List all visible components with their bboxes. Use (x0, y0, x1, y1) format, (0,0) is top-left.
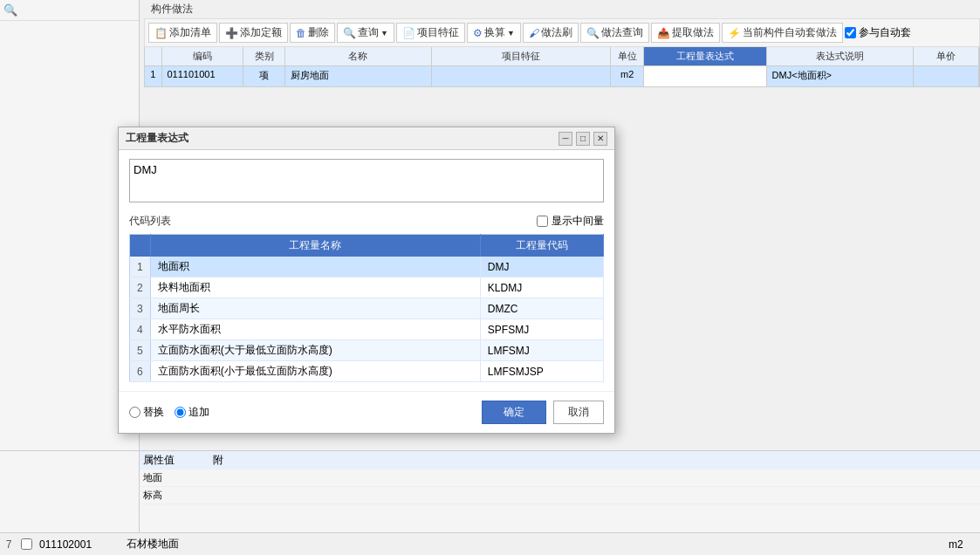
col-header-rownum (130, 235, 151, 257)
radio-replace-text: 替换 (143, 405, 164, 420)
code-row-code: SPFSMJ (480, 319, 603, 340)
code-table-row[interactable]: 4 水平防水面积 SPFSMJ (130, 319, 604, 340)
code-row-name: 地面周长 (150, 298, 480, 319)
cancel-button[interactable]: 取消 (553, 401, 604, 424)
radio-replace[interactable] (129, 407, 140, 418)
dialog-title: 工程量表达式 (126, 131, 188, 146)
radio-group: 替换 追加 (129, 405, 209, 420)
code-table-row[interactable]: 3 地面周长 DMZC (130, 298, 604, 319)
code-row-code: DMJ (480, 257, 603, 278)
dialog-titlebar: 工程量表达式 ─ □ ✕ (119, 127, 614, 150)
code-table-row[interactable]: 2 块料地面积 KLDMJ (130, 278, 604, 298)
radio-replace-label[interactable]: 替换 (129, 405, 164, 420)
footer-buttons: 确定 取消 (482, 401, 604, 424)
radio-add[interactable] (175, 407, 186, 418)
dialog-controls: ─ □ ✕ (559, 132, 607, 146)
dialog-close-button[interactable]: ✕ (593, 132, 607, 146)
code-row-code: KLDMJ (480, 278, 603, 298)
code-row-name: 块料地面积 (150, 278, 480, 298)
code-table-row[interactable]: 6 立面防水面积(小于最低立面防水高度) LMFSMJSP (130, 361, 604, 382)
code-row-code: DMZC (480, 298, 603, 319)
expr-input[interactable]: DMJ (129, 159, 604, 202)
col-header-engcode: 工程量代码 (480, 235, 603, 257)
dialog-body: DMJ 代码列表 显示中间量 工程量名称 工程量代码 (119, 150, 614, 391)
dialog-maximize-button[interactable]: □ (576, 132, 590, 146)
code-row-num: 2 (130, 278, 151, 298)
code-table-row[interactable]: 5 立面防水面积(大于最低立面防水高度) LMFSMJ (130, 340, 604, 361)
expr-dialog: 工程量表达式 ─ □ ✕ DMJ 代码列表 显示中间量 (118, 127, 615, 434)
radio-add-label[interactable]: 追加 (175, 405, 209, 420)
code-row-num: 6 (130, 361, 151, 382)
code-table-row[interactable]: 1 地面积 DMJ (130, 257, 604, 278)
code-table-body: 1 地面积 DMJ 2 块料地面积 KLDMJ 3 地面周长 DMZC (130, 257, 604, 382)
code-row-name: 立面防水面积(大于最低立面防水高度) (150, 340, 480, 361)
code-list-label: 代码列表 (129, 214, 171, 229)
code-row-num: 3 (130, 298, 151, 319)
code-row-num: 1 (130, 257, 151, 278)
code-row-code: LMFSMJSP (480, 361, 603, 382)
confirm-button[interactable]: 确定 (482, 401, 546, 424)
code-row-code: LMFSMJ (480, 340, 603, 361)
code-list-header: 代码列表 显示中间量 (129, 214, 604, 229)
code-row-name: 水平防水面积 (150, 319, 480, 340)
show-intermediate-checkbox[interactable] (537, 216, 548, 227)
dialog-overlay: 工程量表达式 ─ □ ✕ DMJ 代码列表 显示中间量 (0, 0, 980, 555)
col-header-engname: 工程量名称 (150, 235, 480, 257)
show-intermediate-label: 显示中间量 (552, 214, 604, 229)
show-intermediate-row: 显示中间量 (537, 214, 604, 229)
code-table: 工程量名称 工程量代码 1 地面积 DMJ 2 块料地面积 KLDMJ (129, 234, 604, 382)
code-row-name: 立面防水面积(小于最低立面防水高度) (150, 361, 480, 382)
code-row-num: 4 (130, 319, 151, 340)
dialog-footer: 替换 追加 确定 取消 (119, 391, 614, 433)
dialog-minimize-button[interactable]: ─ (559, 132, 572, 146)
code-table-header-row: 工程量名称 工程量代码 (130, 235, 604, 257)
code-row-name: 地面积 (150, 257, 480, 278)
code-row-num: 5 (130, 340, 151, 361)
radio-add-text: 追加 (188, 405, 209, 420)
